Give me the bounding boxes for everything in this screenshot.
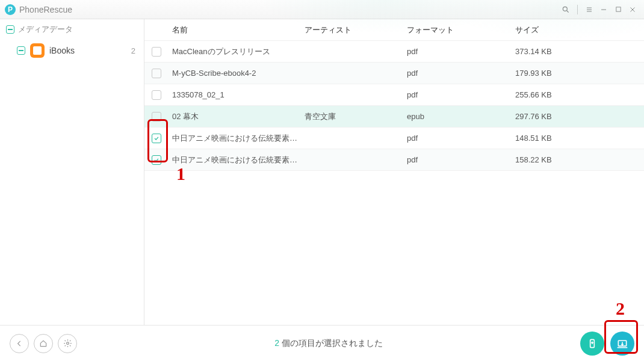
collapse-icon[interactable] <box>6 25 14 34</box>
sidebar: メディアデータ iBooks 2 <box>0 19 144 325</box>
cell-size: 297.76 KB <box>512 112 608 121</box>
svg-line-1 <box>567 10 569 12</box>
selection-status: 2 個の項目が選択されました <box>77 338 580 349</box>
cell-name: MacCleanのプレスリリース <box>169 46 301 57</box>
selected-suffix: 個の項目が選択されました <box>279 338 383 348</box>
table-header: 名前 アーティスト フォーマット サイズ <box>144 19 644 41</box>
cell-format: pdf <box>403 155 512 164</box>
sidebar-group-label: メディアデータ <box>18 24 73 35</box>
cell-name: M-yCB-Scribe-ebook4-2 <box>169 69 301 78</box>
divider <box>577 5 578 14</box>
cell-size: 373.14 KB <box>512 47 608 56</box>
selected-count: 2 <box>274 338 279 348</box>
collapse-icon[interactable] <box>17 46 25 55</box>
row-checkbox[interactable] <box>152 69 161 78</box>
row-checkbox[interactable] <box>152 47 161 57</box>
recover-to-computer-button[interactable] <box>610 332 634 356</box>
cell-size: 148.51 KB <box>512 134 608 143</box>
sidebar-item-ibooks[interactable]: iBooks 2 <box>0 40 144 61</box>
app-logo-icon: P <box>5 4 16 15</box>
file-table: 名前 アーティスト フォーマット サイズ MacCleanのプレスリリースpdf… <box>144 19 644 325</box>
sidebar-item-label: iBooks <box>49 46 131 55</box>
row-checkbox[interactable] <box>152 134 161 143</box>
maximize-button[interactable] <box>613 4 624 15</box>
table-row[interactable]: 中日アニメ映画における伝統要素について —『...pdf148.51 KB <box>144 128 644 149</box>
settings-button[interactable] <box>58 334 77 353</box>
cell-name: 中日アニメ映画における伝統要素について —『... <box>169 155 301 165</box>
footer-bar: 2 個の項目が選択されました <box>0 325 644 361</box>
row-checkbox[interactable] <box>152 112 161 122</box>
row-checkbox[interactable] <box>152 155 161 165</box>
cell-format: pdf <box>403 47 512 56</box>
close-button[interactable] <box>627 4 638 15</box>
recover-to-device-button[interactable] <box>580 332 604 356</box>
cell-format: pdf <box>403 90 512 99</box>
cell-name: 02 幕木 <box>169 111 301 122</box>
menu-icon[interactable] <box>584 4 595 15</box>
table-row[interactable]: 1335078_02_1pdf255.66 KB <box>144 84 644 106</box>
svg-point-0 <box>563 7 567 11</box>
col-artist[interactable]: アーティスト <box>301 25 403 35</box>
col-name[interactable]: 名前 <box>169 25 301 35</box>
col-size[interactable]: サイズ <box>512 25 608 35</box>
back-button[interactable] <box>10 334 29 353</box>
row-checkbox[interactable] <box>152 90 161 100</box>
cell-format: epub <box>403 112 512 121</box>
cell-name: 中日アニメ映画における伝統要素について —『... <box>169 133 301 144</box>
svg-rect-6 <box>616 7 620 11</box>
cell-size: 179.93 KB <box>512 69 608 78</box>
minimize-button[interactable] <box>598 4 609 15</box>
cell-format: pdf <box>403 69 512 78</box>
table-row[interactable]: M-yCB-Scribe-ebook4-2pdf179.93 KB <box>144 63 644 84</box>
col-format[interactable]: フォーマット <box>403 25 512 35</box>
home-button[interactable] <box>34 334 53 353</box>
sidebar-group-media[interactable]: メディアデータ <box>0 19 144 40</box>
cell-size: 255.66 KB <box>512 90 608 99</box>
table-row[interactable]: 中日アニメ映画における伝統要素について —『...pdf158.22 KB <box>144 149 644 171</box>
cell-size: 158.22 KB <box>512 155 608 164</box>
search-icon[interactable] <box>560 4 571 15</box>
svg-point-9 <box>66 342 69 345</box>
sidebar-item-count: 2 <box>131 46 135 55</box>
title-bar: P PhoneRescue <box>0 0 644 19</box>
ibooks-icon <box>30 43 45 58</box>
cell-artist: 青空文庫 <box>301 111 403 122</box>
app-name: PhoneRescue <box>19 5 72 14</box>
table-row[interactable]: MacCleanのプレスリリースpdf373.14 KB <box>144 41 644 63</box>
cell-name: 1335078_02_1 <box>169 90 301 99</box>
cell-format: pdf <box>403 134 512 143</box>
table-row[interactable]: 02 幕木青空文庫epub297.76 KB <box>144 106 644 128</box>
